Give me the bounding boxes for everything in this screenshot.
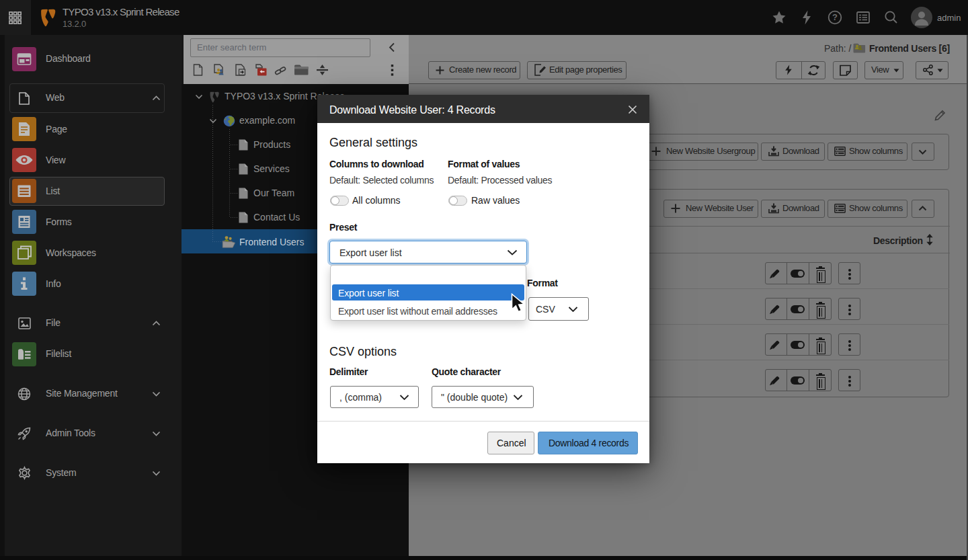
svg-text:?: ? [832, 12, 838, 22]
